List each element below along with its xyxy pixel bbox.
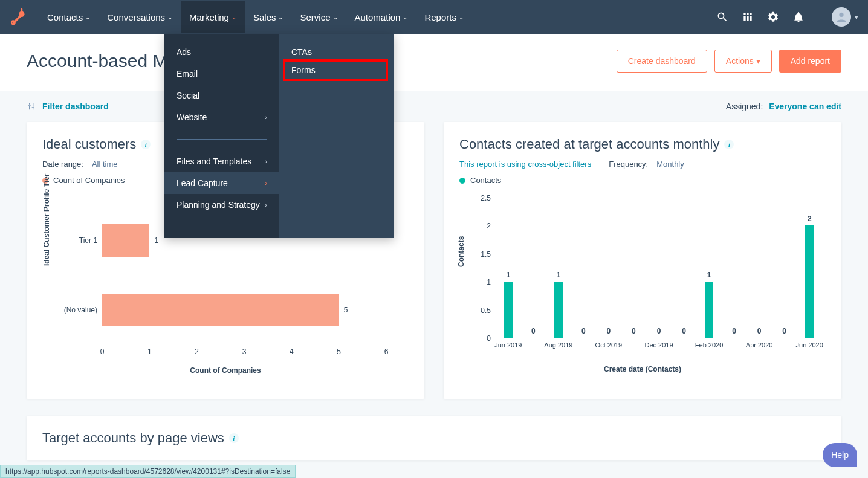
bar-value: 1: [506, 271, 510, 279]
bar-value: 1: [154, 236, 158, 245]
x-tick: 2: [195, 344, 199, 356]
nav-items: Contacts⌄Conversations⌄Marketing⌄Sales⌄S…: [39, 1, 472, 33]
y-tick: 1.5: [481, 250, 496, 259]
dropdown-label: Forms: [291, 65, 316, 75]
x-tick: Jun 2019: [494, 338, 522, 349]
cards-row: Ideal customers i Date range: All time C…: [0, 122, 868, 416]
x-tick: Dec 2019: [644, 338, 673, 349]
header-actions: Create dashboard Actions ▾ Add report: [617, 50, 841, 73]
chevron-down-icon: ⌄: [278, 14, 283, 21]
bar: [504, 282, 513, 338]
card1-title-text: Ideal customers: [42, 137, 136, 152]
marketing-dropdown: AdsEmailSocialWebsite› Files and Templat…: [164, 34, 394, 238]
card-contacts-created: Contacts created at target accounts mont…: [444, 122, 841, 399]
bar-value: 0: [732, 327, 736, 335]
nav-item-conversations[interactable]: Conversations⌄: [99, 1, 181, 33]
assigned-value-link[interactable]: Everyone can edit: [769, 102, 841, 111]
nav-item-marketing[interactable]: Marketing⌄: [181, 1, 245, 33]
dropdown-col2: CTAsForms: [279, 34, 394, 238]
x-tick: 1: [147, 344, 152, 356]
bar: [102, 224, 149, 257]
dropdown-label: CTAs: [291, 47, 312, 57]
actions-button[interactable]: Actions ▾: [714, 50, 772, 73]
date-range-value: All time: [92, 160, 118, 169]
legend-label: Contacts: [470, 176, 501, 185]
filter-dashboard-button[interactable]: Filter dashboard: [27, 102, 109, 111]
bar-value: 0: [757, 327, 762, 335]
dropdown-label: Social: [177, 91, 199, 100]
legend-label: Count of Companies: [53, 176, 125, 185]
cross-object-note[interactable]: This report is using cross-object filter…: [459, 160, 591, 169]
bar-value: 0: [682, 327, 686, 335]
nav-item-automation[interactable]: Automation⌄: [346, 1, 416, 33]
nav-item-reports[interactable]: Reports⌄: [416, 1, 472, 33]
dropdown-item-forms[interactable]: Forms: [291, 65, 380, 75]
dropdown-item-website[interactable]: Website›: [164, 106, 279, 128]
hubspot-logo[interactable]: [10, 8, 27, 25]
y-axis-label: Contacts: [457, 236, 465, 267]
bar-value: 0: [581, 327, 586, 335]
x-tick: Oct 2019: [595, 338, 623, 349]
nav-divider: [818, 8, 818, 25]
assigned-label: Assigned:: [726, 102, 763, 111]
filter-dashboard-label: Filter dashboard: [42, 102, 109, 111]
info-icon[interactable]: i: [229, 433, 239, 443]
dropdown-label: Ads: [177, 47, 191, 57]
bell-icon[interactable]: [792, 11, 805, 23]
dropdown-item-planning-and-strategy[interactable]: Planning and Strategy›: [164, 194, 279, 216]
help-label: Help: [831, 450, 849, 460]
chevron-right-icon: ›: [265, 179, 267, 187]
chevron-right-icon: ›: [265, 114, 267, 121]
dropdown-item-ads[interactable]: Ads: [164, 41, 279, 63]
dropdown-label: Email: [177, 69, 198, 79]
chevron-down-icon: ⌄: [167, 14, 172, 21]
nav-right: ▾: [716, 7, 858, 27]
nav-item-contacts[interactable]: Contacts⌄: [39, 1, 99, 33]
y-tick: 2: [487, 222, 496, 230]
account-menu[interactable]: ▾: [832, 7, 858, 27]
y-tick: 0.5: [481, 306, 496, 315]
dropdown-item-lead-capture[interactable]: Lead Capture›: [164, 172, 279, 194]
frequency-value: Monthly: [656, 160, 684, 169]
dropdown-item-files-and-templates[interactable]: Files and Templates›: [164, 150, 279, 172]
nav-label: Reports: [424, 12, 456, 22]
highlight-box: Forms: [283, 59, 388, 81]
gear-icon[interactable]: [767, 11, 779, 23]
nav-item-service[interactable]: Service⌄: [291, 1, 346, 33]
nav-item-sales[interactable]: Sales⌄: [245, 1, 292, 33]
meta-separator: [600, 160, 600, 169]
bar-value: 2: [808, 215, 812, 223]
card3-title-text: Target accounts by page views: [42, 430, 224, 446]
help-button[interactable]: Help: [823, 443, 857, 467]
chevron-down-icon: ⌄: [403, 14, 407, 21]
x-tick: 0: [100, 344, 105, 356]
dropdown-label: Lead Capture: [177, 178, 228, 188]
y-axis-label: Ideal Customer Profile Tier: [42, 174, 51, 266]
nav-label: Conversations: [107, 12, 165, 22]
bar-value: 0: [531, 327, 536, 335]
info-icon[interactable]: i: [141, 140, 151, 149]
chevron-down-icon: ⌄: [232, 14, 236, 21]
marketplace-icon[interactable]: [742, 11, 754, 23]
filter-icon: [27, 102, 36, 111]
dropdown-separator: [177, 139, 267, 140]
dropdown-label: Website: [177, 112, 207, 122]
bar-value: 5: [344, 306, 348, 314]
x-axis-label: Create date (Contacts): [459, 365, 826, 373]
info-icon[interactable]: i: [724, 140, 734, 149]
dropdown-col1: AdsEmailSocialWebsite› Files and Templat…: [164, 34, 279, 238]
dropdown-label: Planning and Strategy: [177, 200, 260, 210]
frequency-label: Frequency:: [609, 160, 648, 169]
search-icon[interactable]: [716, 11, 728, 23]
chart-plot-area: 00.511.522.5Jun 201910Aug 201910Oct 2019…: [496, 198, 820, 338]
nav-label: Service: [300, 12, 330, 22]
page-header: Account-based M Create dashboard Actions…: [0, 34, 868, 91]
add-report-button[interactable]: Add report: [779, 50, 841, 73]
page-title: Account-based M: [27, 51, 167, 71]
x-tick: Jun 2020: [796, 338, 823, 349]
bar-value: 0: [657, 327, 661, 335]
dropdown-item-email[interactable]: Email: [164, 63, 279, 85]
nav-label: Contacts: [47, 12, 83, 22]
dropdown-item-social[interactable]: Social: [164, 85, 279, 106]
create-dashboard-button[interactable]: Create dashboard: [617, 50, 707, 73]
